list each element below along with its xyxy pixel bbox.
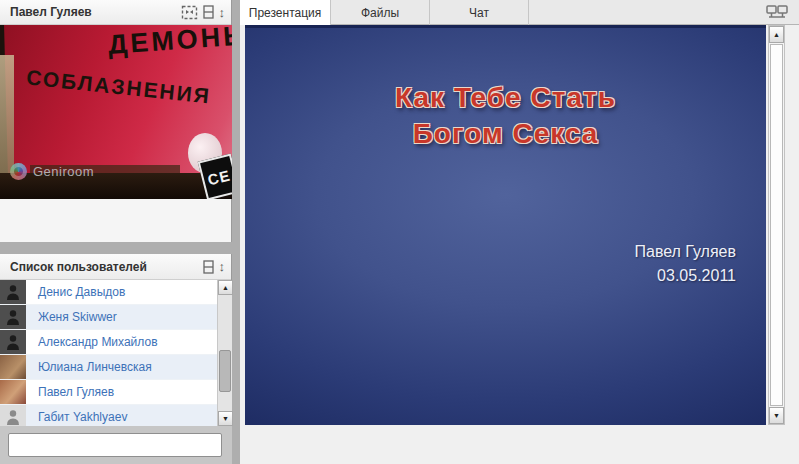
user-list-footer xyxy=(0,426,232,464)
user-name-link[interactable]: Габит Yakhlyaev xyxy=(26,405,127,426)
fullscreen-icon[interactable] xyxy=(181,5,198,20)
video-panel-title: Павел Гуляев xyxy=(10,5,181,19)
scroll-up-button[interactable]: ▲ xyxy=(769,26,784,43)
room-background xyxy=(0,55,14,180)
user-name-link[interactable]: Денис Давыдов xyxy=(26,280,125,304)
scroll-down-button[interactable]: ▼ xyxy=(769,407,784,424)
avatar-photo xyxy=(0,355,26,379)
slide-title-line2: Богом Секса xyxy=(245,116,766,152)
avatar xyxy=(0,305,26,329)
geniroom-watermark: Geniroom xyxy=(10,163,94,180)
slide-title-line1: Как Тебе Стать xyxy=(245,80,766,116)
presentation-slide: Как Тебе Стать Богом Секса Павел Гуляев … xyxy=(245,25,766,425)
avatar-photo xyxy=(0,380,26,404)
user-list-scrollbar[interactable]: ▲ ▼ xyxy=(217,280,232,426)
user-list-panel: Список пользователей ↕ Денис Давыдов Жен… xyxy=(0,254,232,464)
user-list: Денис Давыдов Женя Skiwwer Александр Мих… xyxy=(0,280,232,426)
scrollbar-thumb[interactable] xyxy=(770,44,783,406)
content-area: Презентация Файлы Чат Как Тебе Стать Бог… xyxy=(240,0,799,464)
resize-vertical-icon[interactable]: ↕ xyxy=(219,6,226,19)
scrollbar-thumb[interactable] xyxy=(219,350,231,392)
user-name-link[interactable]: Женя Skiwwer xyxy=(26,305,117,329)
resize-vertical-icon[interactable]: ↕ xyxy=(219,260,226,273)
geniroom-label: Geniroom xyxy=(33,164,94,179)
tab-files[interactable]: Файлы xyxy=(331,0,430,25)
panel-layout-icon[interactable] xyxy=(203,5,214,19)
video-panel: Павел Гуляев ↕ ДЕМОНЫ СОБЛАЗНЕНИЯ xyxy=(0,0,232,242)
scroll-down-button[interactable]: ▼ xyxy=(218,411,233,426)
avatar xyxy=(0,330,26,354)
user-row[interactable]: Павел Гуляев xyxy=(0,380,217,405)
user-name-link[interactable]: Юлиана Линчевская xyxy=(26,355,152,379)
user-row[interactable]: Юлиана Линчевская xyxy=(0,355,217,380)
user-name-link[interactable]: Александр Михайлов xyxy=(26,330,158,354)
slide-byline: Павел Гуляев 03.05.2011 xyxy=(634,240,736,288)
screen-share-icon[interactable] xyxy=(765,4,789,25)
geniroom-logo-icon xyxy=(10,163,27,180)
user-list-title: Список пользователей xyxy=(10,260,203,274)
slide-scrollbar[interactable]: ▲ ▼ xyxy=(768,25,785,425)
slide-title: Как Тебе Стать Богом Секса xyxy=(245,80,766,152)
tab-bar: Презентация Файлы Чат xyxy=(240,0,799,25)
user-row[interactable]: Женя Skiwwer xyxy=(0,305,217,330)
avatar xyxy=(0,405,26,426)
user-list-header: Список пользователей ↕ xyxy=(0,254,231,280)
tab-chat[interactable]: Чат xyxy=(430,0,529,25)
tab-presentation[interactable]: Презентация xyxy=(240,0,331,25)
message-input[interactable] xyxy=(8,433,222,457)
panel-layout-icon[interactable] xyxy=(203,260,214,274)
avatar xyxy=(0,280,26,304)
webcam-video: ДЕМОНЫ СОБЛАЗНЕНИЯ СЕ Geniroom xyxy=(0,25,232,199)
slide-author: Павел Гуляев xyxy=(634,240,736,264)
slide-date: 03.05.2011 xyxy=(634,264,736,288)
user-row[interactable]: Габит Yakhlyaev xyxy=(0,405,217,426)
scroll-up-button[interactable]: ▲ xyxy=(218,280,233,295)
user-row[interactable]: Александр Михайлов xyxy=(0,330,217,355)
video-panel-header: Павел Гуляев ↕ xyxy=(0,0,231,25)
user-row[interactable]: Денис Давыдов xyxy=(0,280,217,305)
user-name-link[interactable]: Павел Гуляев xyxy=(26,380,114,404)
